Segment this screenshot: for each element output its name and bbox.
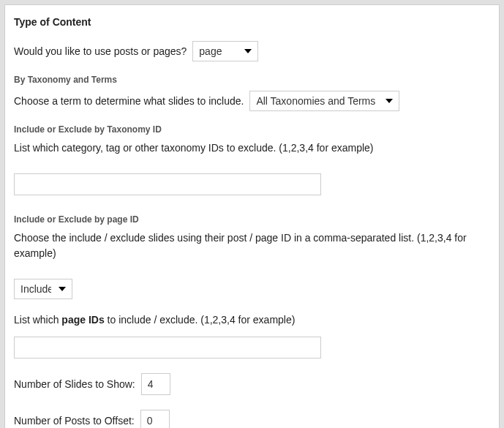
slides-to-show-input[interactable]: [141, 373, 170, 395]
panel-title: Type of Content: [14, 16, 490, 28]
posts-or-pages-select[interactable]: page: [192, 41, 258, 61]
page-ids-list-label: List which page IDs to include / exclude…: [14, 312, 490, 328]
posts-offset-row: Number of Posts to Offset:: [14, 410, 490, 428]
slides-to-show-label: Number of Slides to Show:: [14, 378, 135, 390]
exclude-tax-desc: List which category, tag or other taxono…: [14, 140, 490, 156]
page-id-desc: Choose the include / exclude slides usin…: [14, 230, 490, 261]
taxonomy-select[interactable]: All Taxonomies and Terms: [249, 91, 399, 111]
page-ids-input[interactable]: [14, 337, 321, 358]
posts-or-pages-label: Would you like to use posts or pages?: [14, 45, 187, 57]
exclude-tax-heading: Include or Exclude by Taxonomy ID: [14, 124, 490, 135]
taxonomy-heading: By Taxonomy and Terms: [14, 75, 490, 85]
taxonomy-row: Choose a term to determine what slides t…: [14, 91, 490, 111]
posts-offset-label: Number of Posts to Offset:: [14, 415, 135, 427]
page-id-heading: Include or Exclude by page ID: [14, 214, 490, 225]
content-settings-panel: Type of Content Would you like to use po…: [4, 4, 500, 428]
slides-to-show-row: Number of Slides to Show:: [14, 373, 490, 395]
posts-or-pages-row: Would you like to use posts or pages? pa…: [14, 41, 490, 61]
taxonomy-label: Choose a term to determine what slides t…: [14, 95, 244, 107]
include-exclude-select[interactable]: Include: [14, 279, 72, 299]
posts-offset-input[interactable]: [140, 410, 170, 428]
exclude-tax-input[interactable]: [14, 173, 321, 195]
